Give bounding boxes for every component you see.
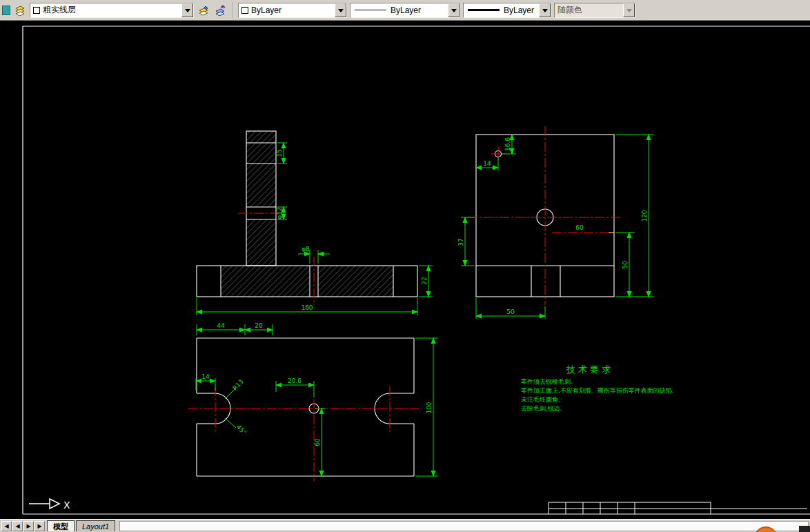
dim-label: 45° (235, 424, 248, 436)
tech-requirements: 技术要求 零件须去锐棱毛刺. 零件加工面上,不应有划痕、擦伤等损伤零件表面的缺陷… (521, 364, 674, 412)
title-block (549, 502, 807, 514)
dim-label: 160 (301, 304, 313, 311)
chevron-down-icon (542, 9, 548, 15)
tech-requirements-line: 未注毛坯圆角. (521, 396, 560, 403)
dim-label: 100 (426, 402, 433, 413)
current-color-swatch (241, 7, 248, 14)
layers-stack-icon (14, 5, 26, 16)
make-object-layer-current-icon[interactable] (197, 3, 210, 17)
layer-previous-icon[interactable] (213, 3, 227, 17)
tab-layout1-label: Layout1 (82, 522, 109, 531)
top-view: 44 20 14 R13 20.6 45° 60 100 (188, 322, 438, 482)
dim-label: 14 (201, 373, 210, 380)
color-dropdown-value: ByLayer (251, 6, 335, 15)
tab-model[interactable]: 模型 (47, 520, 75, 531)
object-properties-toolbar: 粗实线层 ByLayer ByLayer ByLayer 随颜色 (0, 0, 810, 21)
dim-label: 60 (575, 224, 584, 231)
drawing-canvas[interactable]: 15 φ12 φ8 22 160 (0, 0, 810, 532)
tab-nav-prev-button[interactable]: ◀ (12, 521, 23, 531)
dim-label: 60 (314, 438, 321, 446)
linetype-dropdown-arrow[interactable] (448, 3, 460, 17)
dim-label: 37 (457, 238, 464, 246)
layer-dropdown-value: 粗实线层 (43, 4, 181, 16)
drawing-frame (23, 26, 810, 514)
linetype-dropdown-value: ByLayer (391, 6, 448, 15)
tab-nav-next-button[interactable]: ▶ (23, 521, 34, 531)
side-view: 16.6 14 37 120 50 60 50 (457, 126, 654, 319)
dim-label: R13 (231, 378, 245, 392)
tab-model-label: 模型 (53, 522, 68, 532)
plotstyle-dropdown-arrow (623, 3, 635, 17)
dim-label: 20 (255, 322, 263, 329)
linetype-sample-icon (355, 10, 386, 10)
layer-properties-manager-icon[interactable] (13, 3, 27, 17)
dim-label: 120 (641, 210, 648, 221)
ucs-x-label: X (63, 500, 70, 511)
dim-label: φ8 (302, 246, 310, 253)
tech-requirements-title: 技术要求 (566, 364, 613, 375)
dim-label: 22 (421, 277, 428, 284)
tab-nav-last-button[interactable]: ▶ (34, 521, 45, 531)
tech-requirements-line: 零件加工面上,不应有划痕、擦伤等损伤零件表面的缺陷. (521, 387, 674, 394)
chevron-down-icon (185, 9, 190, 15)
dim-label: 14 (483, 160, 491, 167)
lineweight-sample-icon (468, 9, 500, 11)
plotstyle-dropdown-value: 随颜色 (557, 4, 623, 16)
color-dropdown-arrow[interactable] (335, 3, 346, 17)
corner-widget (799, 526, 810, 532)
front-view: 15 φ12 φ8 22 160 (197, 131, 433, 315)
layer-dropdown[interactable]: 粗实线层 (30, 3, 194, 18)
toolbar-separator (232, 2, 233, 19)
horizontal-scrollbar-track[interactable] (119, 521, 809, 531)
dim-label: φ12 (276, 207, 283, 219)
linetype-dropdown[interactable]: ByLayer (350, 3, 460, 18)
make-current-icon (198, 5, 209, 16)
dim-label: 16.6 (504, 137, 511, 151)
lineweight-dropdown-arrow[interactable] (539, 3, 551, 17)
dim-label: 20.6 (288, 377, 302, 384)
color-dropdown[interactable]: ByLayer (238, 3, 347, 18)
ucs-icon: X (29, 499, 70, 511)
dim-label: 50 (622, 261, 629, 269)
dim-label: 15 (276, 149, 283, 157)
tech-requirements-line: 零件须去锐棱毛刺. (521, 378, 573, 385)
tab-layout1[interactable]: Layout1 (76, 520, 115, 531)
layer-color-swatch (33, 7, 40, 14)
chevron-down-icon (626, 9, 632, 15)
dim-label: 50 (506, 308, 515, 315)
layer-previous-arrow-icon (215, 5, 226, 16)
tech-requirements-line: 去除毛刺,锐边. (521, 405, 562, 412)
chevron-down-icon (451, 9, 457, 15)
lineweight-dropdown[interactable]: ByLayer (463, 3, 551, 18)
layer-dropdown-arrow[interactable] (181, 3, 193, 17)
app-grip-icon[interactable] (2, 6, 10, 15)
plotstyle-dropdown: 随颜色 (554, 3, 635, 18)
layout-tab-bar: ◀ ◀ ▶ ▶ 模型 Layout1 (0, 519, 810, 532)
tab-nav-first-button[interactable]: ◀ (1, 521, 12, 531)
lineweight-dropdown-value: ByLayer (504, 6, 539, 15)
dim-label: 44 (217, 322, 225, 329)
chevron-down-icon (338, 9, 344, 15)
